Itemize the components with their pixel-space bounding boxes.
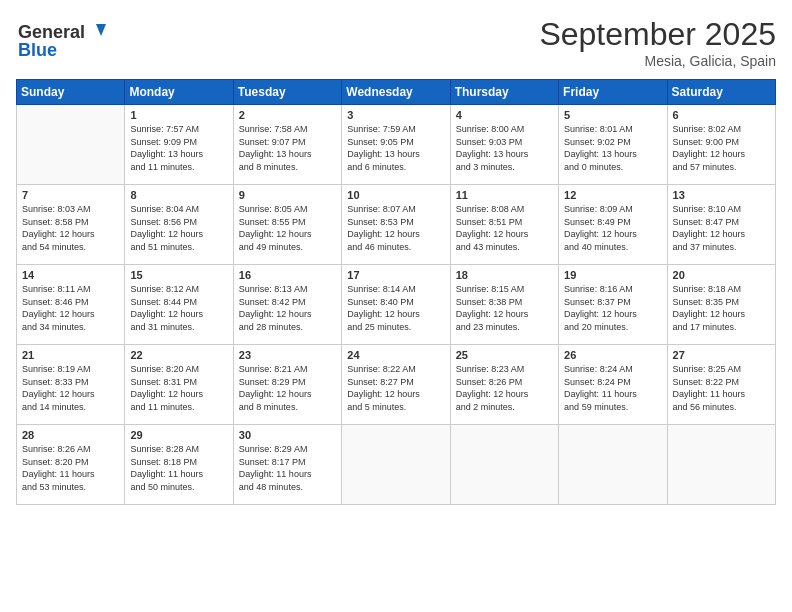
table-row: 12Sunrise: 8:09 AM Sunset: 8:49 PM Dayli… <box>559 185 667 265</box>
calendar-week-row: 14Sunrise: 8:11 AM Sunset: 8:46 PM Dayli… <box>17 265 776 345</box>
day-info: Sunrise: 8:00 AM Sunset: 9:03 PM Dayligh… <box>456 123 553 173</box>
table-row: 22Sunrise: 8:20 AM Sunset: 8:31 PM Dayli… <box>125 345 233 425</box>
day-number: 9 <box>239 189 336 201</box>
day-info: Sunrise: 8:03 AM Sunset: 8:58 PM Dayligh… <box>22 203 119 253</box>
table-row: 6Sunrise: 8:02 AM Sunset: 9:00 PM Daylig… <box>667 105 775 185</box>
day-number: 21 <box>22 349 119 361</box>
table-row: 23Sunrise: 8:21 AM Sunset: 8:29 PM Dayli… <box>233 345 341 425</box>
table-row: 15Sunrise: 8:12 AM Sunset: 8:44 PM Dayli… <box>125 265 233 345</box>
day-info: Sunrise: 7:57 AM Sunset: 9:09 PM Dayligh… <box>130 123 227 173</box>
col-friday: Friday <box>559 80 667 105</box>
day-number: 18 <box>456 269 553 281</box>
col-thursday: Thursday <box>450 80 558 105</box>
day-number: 25 <box>456 349 553 361</box>
day-number: 24 <box>347 349 444 361</box>
day-info: Sunrise: 8:24 AM Sunset: 8:24 PM Dayligh… <box>564 363 661 413</box>
table-row: 30Sunrise: 8:29 AM Sunset: 8:17 PM Dayli… <box>233 425 341 505</box>
day-number: 6 <box>673 109 770 121</box>
day-number: 30 <box>239 429 336 441</box>
day-info: Sunrise: 8:13 AM Sunset: 8:42 PM Dayligh… <box>239 283 336 333</box>
table-row: 2Sunrise: 7:58 AM Sunset: 9:07 PM Daylig… <box>233 105 341 185</box>
table-row: 13Sunrise: 8:10 AM Sunset: 8:47 PM Dayli… <box>667 185 775 265</box>
table-row: 25Sunrise: 8:23 AM Sunset: 8:26 PM Dayli… <box>450 345 558 425</box>
page: General Blue September 2025 Mesia, Galic… <box>0 0 792 612</box>
day-info: Sunrise: 8:23 AM Sunset: 8:26 PM Dayligh… <box>456 363 553 413</box>
table-row: 8Sunrise: 8:04 AM Sunset: 8:56 PM Daylig… <box>125 185 233 265</box>
day-number: 16 <box>239 269 336 281</box>
svg-text:Blue: Blue <box>18 40 57 60</box>
calendar-table: Sunday Monday Tuesday Wednesday Thursday… <box>16 79 776 505</box>
day-number: 8 <box>130 189 227 201</box>
day-number: 4 <box>456 109 553 121</box>
day-info: Sunrise: 8:09 AM Sunset: 8:49 PM Dayligh… <box>564 203 661 253</box>
table-row <box>17 105 125 185</box>
table-row: 17Sunrise: 8:14 AM Sunset: 8:40 PM Dayli… <box>342 265 450 345</box>
day-number: 10 <box>347 189 444 201</box>
table-row: 11Sunrise: 8:08 AM Sunset: 8:51 PM Dayli… <box>450 185 558 265</box>
table-row: 27Sunrise: 8:25 AM Sunset: 8:22 PM Dayli… <box>667 345 775 425</box>
table-row: 19Sunrise: 8:16 AM Sunset: 8:37 PM Dayli… <box>559 265 667 345</box>
day-info: Sunrise: 8:10 AM Sunset: 8:47 PM Dayligh… <box>673 203 770 253</box>
day-info: Sunrise: 8:15 AM Sunset: 8:38 PM Dayligh… <box>456 283 553 333</box>
day-number: 14 <box>22 269 119 281</box>
day-info: Sunrise: 8:02 AM Sunset: 9:00 PM Dayligh… <box>673 123 770 173</box>
table-row <box>450 425 558 505</box>
day-info: Sunrise: 8:22 AM Sunset: 8:27 PM Dayligh… <box>347 363 444 413</box>
table-row <box>342 425 450 505</box>
table-row <box>559 425 667 505</box>
col-monday: Monday <box>125 80 233 105</box>
table-row: 16Sunrise: 8:13 AM Sunset: 8:42 PM Dayli… <box>233 265 341 345</box>
table-row: 7Sunrise: 8:03 AM Sunset: 8:58 PM Daylig… <box>17 185 125 265</box>
day-info: Sunrise: 8:29 AM Sunset: 8:17 PM Dayligh… <box>239 443 336 493</box>
day-number: 11 <box>456 189 553 201</box>
day-number: 28 <box>22 429 119 441</box>
col-saturday: Saturday <box>667 80 775 105</box>
month-title: September 2025 <box>539 16 776 53</box>
calendar-week-row: 7Sunrise: 8:03 AM Sunset: 8:58 PM Daylig… <box>17 185 776 265</box>
day-number: 5 <box>564 109 661 121</box>
day-number: 17 <box>347 269 444 281</box>
day-number: 20 <box>673 269 770 281</box>
day-info: Sunrise: 8:25 AM Sunset: 8:22 PM Dayligh… <box>673 363 770 413</box>
calendar-week-row: 21Sunrise: 8:19 AM Sunset: 8:33 PM Dayli… <box>17 345 776 425</box>
day-info: Sunrise: 8:11 AM Sunset: 8:46 PM Dayligh… <box>22 283 119 333</box>
col-tuesday: Tuesday <box>233 80 341 105</box>
day-info: Sunrise: 8:07 AM Sunset: 8:53 PM Dayligh… <box>347 203 444 253</box>
day-info: Sunrise: 8:05 AM Sunset: 8:55 PM Dayligh… <box>239 203 336 253</box>
table-row: 24Sunrise: 8:22 AM Sunset: 8:27 PM Dayli… <box>342 345 450 425</box>
day-info: Sunrise: 8:19 AM Sunset: 8:33 PM Dayligh… <box>22 363 119 413</box>
table-row: 29Sunrise: 8:28 AM Sunset: 8:18 PM Dayli… <box>125 425 233 505</box>
svg-marker-1 <box>96 24 106 36</box>
day-number: 26 <box>564 349 661 361</box>
day-info: Sunrise: 8:12 AM Sunset: 8:44 PM Dayligh… <box>130 283 227 333</box>
table-row <box>667 425 775 505</box>
day-info: Sunrise: 8:01 AM Sunset: 9:02 PM Dayligh… <box>564 123 661 173</box>
col-wednesday: Wednesday <box>342 80 450 105</box>
day-info: Sunrise: 8:21 AM Sunset: 8:29 PM Dayligh… <box>239 363 336 413</box>
table-row: 5Sunrise: 8:01 AM Sunset: 9:02 PM Daylig… <box>559 105 667 185</box>
subtitle: Mesia, Galicia, Spain <box>539 53 776 69</box>
logo: General Blue <box>16 16 106 68</box>
header: General Blue September 2025 Mesia, Galic… <box>16 16 776 69</box>
day-number: 12 <box>564 189 661 201</box>
day-number: 3 <box>347 109 444 121</box>
day-number: 1 <box>130 109 227 121</box>
day-number: 29 <box>130 429 227 441</box>
day-number: 19 <box>564 269 661 281</box>
day-info: Sunrise: 8:18 AM Sunset: 8:35 PM Dayligh… <box>673 283 770 333</box>
day-number: 27 <box>673 349 770 361</box>
svg-text:General: General <box>18 22 85 42</box>
table-row: 14Sunrise: 8:11 AM Sunset: 8:46 PM Dayli… <box>17 265 125 345</box>
table-row: 28Sunrise: 8:26 AM Sunset: 8:20 PM Dayli… <box>17 425 125 505</box>
day-number: 23 <box>239 349 336 361</box>
calendar-week-row: 1Sunrise: 7:57 AM Sunset: 9:09 PM Daylig… <box>17 105 776 185</box>
table-row: 4Sunrise: 8:00 AM Sunset: 9:03 PM Daylig… <box>450 105 558 185</box>
day-info: Sunrise: 8:08 AM Sunset: 8:51 PM Dayligh… <box>456 203 553 253</box>
table-row: 26Sunrise: 8:24 AM Sunset: 8:24 PM Dayli… <box>559 345 667 425</box>
day-number: 7 <box>22 189 119 201</box>
table-row: 9Sunrise: 8:05 AM Sunset: 8:55 PM Daylig… <box>233 185 341 265</box>
day-number: 22 <box>130 349 227 361</box>
day-number: 15 <box>130 269 227 281</box>
day-info: Sunrise: 8:28 AM Sunset: 8:18 PM Dayligh… <box>130 443 227 493</box>
table-row: 20Sunrise: 8:18 AM Sunset: 8:35 PM Dayli… <box>667 265 775 345</box>
